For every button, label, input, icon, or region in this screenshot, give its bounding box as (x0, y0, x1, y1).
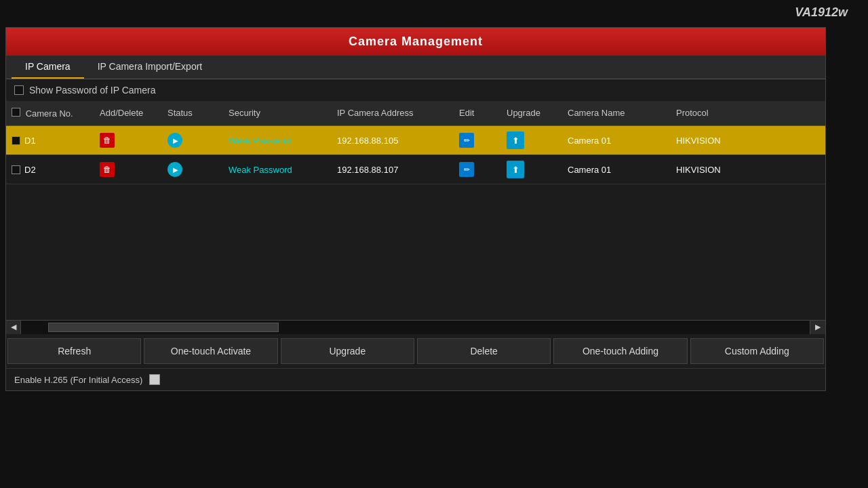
cell-camera-name-d1: Camera 01 (562, 133, 671, 148)
edit-btn-d1[interactable] (459, 133, 474, 148)
cell-protocol-d2: HIKVISION (671, 162, 752, 178)
cell-protocol-d1: HIKVISION (671, 133, 752, 148)
ip-address-d2: 192.168.88.107 (337, 165, 398, 175)
scroll-track[interactable] (21, 321, 810, 334)
camera-id-d2: D2 (24, 165, 36, 175)
table-row[interactable]: D2 Weak Password 192.168.88.107 (6, 155, 825, 184)
action-buttons-bar: Refresh One-touch Activate Upgrade Delet… (6, 333, 825, 368)
camera-id-d1: D1 (24, 136, 36, 146)
cell-ip-d2: 192.168.88.107 (332, 162, 454, 178)
cell-add-delete-d2 (94, 159, 162, 180)
camera-name-d2: Camera 01 (568, 165, 611, 175)
header-camera-name: Camera Name (562, 105, 671, 121)
security-text-d1: Weak Password (229, 136, 292, 146)
row-checkbox-d1[interactable] (12, 136, 20, 145)
camera-name-d1: Camera 01 (568, 136, 611, 146)
header-edit: Edit (454, 105, 501, 121)
cell-camera-no-d2: D2 (6, 162, 94, 178)
delete-icon-d1[interactable] (100, 133, 115, 148)
cell-ip-d1: 192.168.88.105 (332, 133, 454, 148)
row-checkbox-d2[interactable] (12, 165, 20, 174)
header-status: Status (162, 105, 223, 121)
status-play-d1 (167, 133, 182, 148)
h265-checkbox[interactable] (149, 374, 160, 385)
scroll-thumb[interactable] (48, 323, 279, 332)
edit-btn-d2[interactable] (459, 162, 474, 177)
monitor-frame: VA1912w Camera Management IP Camera IP C… (0, 0, 868, 488)
camera-management-panel: Camera Management IP Camera IP Camera Im… (5, 27, 826, 391)
delete-icon-d2[interactable] (100, 162, 115, 177)
table-header: Camera No. Add/Delete Status Security IP… (6, 101, 825, 126)
h265-label: Enable H.265 (For Initial Access) (14, 375, 142, 385)
cell-add-delete-d1 (94, 130, 162, 150)
show-password-label: Show Password of IP Camera (29, 85, 156, 96)
show-password-row: Show Password of IP Camera (6, 79, 825, 101)
header-camera-no: Camera No. (6, 105, 94, 121)
header-protocol: Protocol (671, 105, 752, 121)
onetouch-activate-button[interactable]: One-touch Activate (144, 338, 277, 364)
tab-ip-camera-import-export[interactable]: IP Camera Import/Export (84, 56, 216, 79)
cell-status-d1 (162, 130, 223, 150)
protocol-d2: HIKVISION (676, 165, 721, 175)
cell-camera-name-d2: Camera 01 (562, 162, 671, 178)
status-play-d2 (167, 162, 182, 177)
header-add-delete: Add/Delete (94, 105, 162, 121)
upgrade-btn-d2[interactable] (507, 161, 524, 178)
upgrade-button[interactable]: Upgrade (281, 338, 414, 364)
show-password-checkbox[interactable] (14, 85, 24, 95)
cell-camera-no-d1: D1 (6, 133, 94, 148)
h265-row: Enable H.265 (For Initial Access) (6, 368, 825, 390)
camera-table: Camera No. Add/Delete Status Security IP… (6, 101, 825, 184)
header-checkbox[interactable] (12, 108, 20, 117)
header-ip-address: IP Camera Address (332, 105, 454, 121)
panel-title: Camera Management (6, 28, 825, 56)
watermark: VA1912w (795, 5, 848, 20)
cell-security-d1: Weak Password (223, 133, 332, 148)
refresh-button[interactable]: Refresh (7, 338, 141, 364)
scrollbar-area: ◀ ▶ (6, 320, 825, 333)
custom-adding-button[interactable]: Custom Adding (690, 338, 824, 364)
ip-address-d1: 192.168.88.105 (337, 136, 398, 146)
scroll-left-button[interactable]: ◀ (6, 321, 21, 334)
onetouch-adding-button[interactable]: One-touch Adding (553, 338, 687, 364)
security-text-d2: Weak Password (229, 165, 292, 175)
cell-status-d2 (162, 159, 223, 180)
tab-ip-camera[interactable]: IP Camera (12, 56, 84, 79)
table-row[interactable]: D1 Weak Password 192.168.88.105 (6, 126, 825, 155)
cell-edit-d2 (454, 159, 501, 180)
cell-security-d2: Weak Password (223, 162, 332, 178)
tabs-bar: IP Camera IP Camera Import/Export (6, 56, 825, 79)
cell-upgrade-d1 (501, 129, 562, 152)
cell-upgrade-d2 (501, 158, 562, 181)
header-security: Security (223, 105, 332, 121)
scroll-right-button[interactable]: ▶ (810, 321, 825, 334)
delete-button[interactable]: Delete (417, 338, 551, 364)
cell-edit-d1 (454, 130, 501, 150)
header-upgrade: Upgrade (501, 105, 562, 121)
protocol-d1: HIKVISION (676, 136, 721, 146)
upgrade-btn-d1[interactable] (507, 131, 524, 149)
